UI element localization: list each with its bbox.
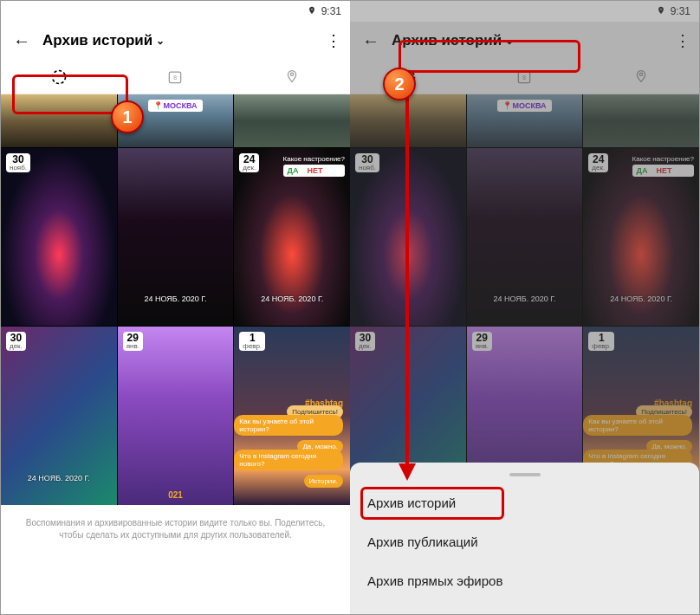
status-bar: 9:31 <box>350 1 699 22</box>
tab-calendar[interactable]: 8 <box>117 60 233 94</box>
poll-sticker: Какое настроение?ДАНЕТ <box>632 155 694 177</box>
title-dropdown[interactable]: Архив историй ⌄ <box>392 32 514 49</box>
story-thumb[interactable] <box>1 94 117 147</box>
tab-stories[interactable] <box>1 60 117 94</box>
screenshot-left: 9:31 ← Архив историй ⌄ ⋮ 8 📍МОСКВА30нояб… <box>1 1 350 614</box>
date-badge: 1февр. <box>588 332 614 351</box>
story-thumb[interactable]: 📍МОСКВА <box>467 94 583 147</box>
story-thumb[interactable]: 24дек.24 НОЯБ. 2020 Г.Какое настроение?Д… <box>583 148 699 327</box>
back-button[interactable]: ← <box>360 31 381 51</box>
callout-badge-2: 2 <box>383 68 416 100</box>
sheet-option-live[interactable]: Архив прямых эфиров <box>350 561 699 600</box>
header: ← Архив историй ⌄ ⋮ <box>1 22 350 60</box>
location-icon <box>308 5 316 17</box>
story-thumb[interactable]: 30нояб. <box>1 148 117 327</box>
tab-map[interactable] <box>234 60 350 94</box>
poll-sticker: Какое настроение?ДАНЕТ <box>283 155 345 177</box>
title-dropdown[interactable]: Архив историй ⌄ <box>42 32 165 49</box>
caption: 24 НОЯБ. 2020 Г. <box>234 295 350 303</box>
caption: 24 НОЯБ. 2020 Г. <box>467 295 583 303</box>
callout-badge-1: 1 <box>111 100 144 133</box>
date-badge: 30нояб. <box>355 153 379 172</box>
date-badge: 1февр. <box>239 332 265 351</box>
sheet-option-posts[interactable]: Архив публикаций <box>350 522 699 561</box>
footer-note: Воспоминания и архивированные истории ви… <box>1 505 350 554</box>
story-thumb[interactable]: 24 НОЯБ. 2020 Г. <box>118 148 234 327</box>
story-thumb[interactable]: 29янв.021 <box>118 327 234 505</box>
story-thumb[interactable]: 30нояб. <box>350 148 466 327</box>
svg-point-0 <box>53 70 66 83</box>
chat-sticker: Что в Instagram сегодня нового? <box>234 450 343 470</box>
pin-icon <box>632 68 650 86</box>
sheet-option-stories[interactable]: Архив историй <box>350 483 699 522</box>
tabs: 8 <box>1 60 350 94</box>
title-text: Архив историй <box>392 32 502 49</box>
sheet-handle[interactable] <box>509 473 541 476</box>
story-thumb[interactable] <box>234 94 350 147</box>
story-thumb[interactable] <box>350 94 466 147</box>
date-badge: 24дек. <box>588 153 608 172</box>
location-sticker: 📍МОСКВА <box>497 100 551 112</box>
stories-ring-icon <box>50 68 68 86</box>
chat-sticker: Как вы узнаете об этой истории? <box>583 415 692 436</box>
story-thumb[interactable] <box>583 94 699 147</box>
chat-sticker: Как вы узнаете об этой истории? <box>234 415 343 436</box>
date-badge: 30дек. <box>355 332 375 351</box>
location-icon <box>657 5 665 17</box>
svg-text:8: 8 <box>523 74 527 81</box>
story-thumb[interactable]: 30дек.24 НОЯБ. 2020 Г. <box>1 327 117 505</box>
more-button[interactable]: ⋮ <box>675 31 689 50</box>
back-button[interactable]: ← <box>11 31 32 51</box>
date-badge: 29янв. <box>123 332 143 351</box>
chevron-down-icon: ⌄ <box>505 35 514 47</box>
bottom-sheet: Архив историй Архив публикаций Архив пря… <box>350 463 699 614</box>
story-thumb[interactable]: 24дек.24 НОЯБ. 2020 Г.Какое настроение?Д… <box>234 148 350 327</box>
caption: 24 НОЯБ. 2020 Г. <box>1 474 117 482</box>
tab-calendar[interactable]: 8 <box>466 60 582 94</box>
date-badge: 30нояб. <box>6 153 30 172</box>
year-sticker: 021 <box>168 490 183 500</box>
date-badge: 30дек. <box>6 332 26 351</box>
status-time: 9:31 <box>321 5 341 17</box>
calendar-icon: 8 <box>515 68 533 86</box>
tutorial-frame: 9:31 ← Архив историй ⌄ ⋮ 8 📍МОСКВА30нояб… <box>0 0 700 615</box>
svg-text:8: 8 <box>174 74 178 81</box>
status-bar: 9:31 <box>1 1 350 22</box>
header: ← Архив историй ⌄ ⋮ <box>350 22 699 60</box>
story-thumb[interactable]: 24 НОЯБ. 2020 Г. <box>467 148 583 327</box>
location-sticker: 📍МОСКВА <box>148 100 202 112</box>
chat-sticker: Истории. <box>304 475 343 488</box>
caption: 24 НОЯБ. 2020 Г. <box>118 295 234 303</box>
chevron-down-icon: ⌄ <box>156 35 165 47</box>
story-grid: 📍МОСКВА30нояб.24 НОЯБ. 2020 Г.24дек.24 Н… <box>1 94 350 505</box>
date-badge: 29янв. <box>472 332 492 351</box>
tab-map[interactable] <box>583 60 699 94</box>
story-thumb[interactable]: 1февр.#hashtagПодпишитесь!Как вы узнаете… <box>234 327 350 505</box>
status-time: 9:31 <box>671 5 690 17</box>
caption: 24 НОЯБ. 2020 Г. <box>583 295 699 303</box>
pin-icon <box>283 68 301 86</box>
story-grid: 📍МОСКВА30нояб.24 НОЯБ. 2020 Г.24дек.24 Н… <box>350 94 699 505</box>
more-button[interactable]: ⋮ <box>326 31 340 50</box>
date-badge: 24дек. <box>239 153 259 172</box>
title-text: Архив историй <box>42 32 152 49</box>
calendar-icon: 8 <box>166 68 184 86</box>
